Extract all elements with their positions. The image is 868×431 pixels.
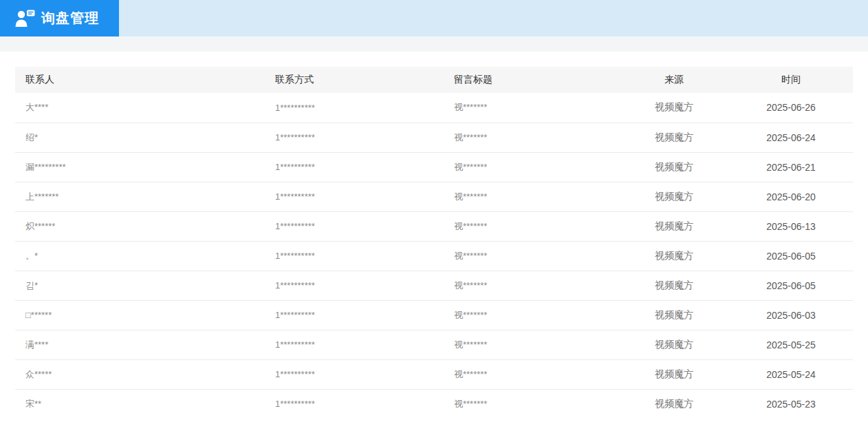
- cell-source: 视频魔方: [619, 241, 729, 271]
- main-content: 联系人 联系方式 留言标题 来源 时间 大**** 1********** 视*…: [0, 67, 868, 419]
- cell-title: 视*******: [444, 389, 619, 419]
- cell-title: 视*******: [444, 300, 619, 330]
- cell-date: 2025-05-23: [729, 389, 853, 419]
- column-header-title: 留言标题: [444, 67, 619, 93]
- cell-title: 视*******: [444, 359, 619, 389]
- cell-date: 2025-06-24: [729, 123, 853, 152]
- cell-title: 视*******: [444, 182, 619, 211]
- table-body: 大**** 1********** 视******* 视频魔方 2025-06-…: [15, 93, 853, 419]
- cell-phone: 1**********: [261, 241, 444, 271]
- column-header-contact: 联系人: [15, 67, 261, 93]
- cell-title: 视*******: [444, 123, 619, 152]
- cell-date: 2025-06-20: [729, 182, 853, 211]
- cell-date: 2025-06-03: [729, 300, 853, 330]
- inquiry-table-container: 联系人 联系方式 留言标题 来源 时间 大**** 1********** 视*…: [15, 67, 853, 419]
- cell-phone: 1**********: [261, 211, 444, 241]
- table-row: 김* 1********** 视******* 视频魔方 2025-06-05: [15, 271, 853, 300]
- table-header: 联系人 联系方式 留言标题 来源 时间: [15, 67, 853, 93]
- cell-title: 视*******: [444, 211, 619, 241]
- cell-contact: 。*: [15, 241, 261, 271]
- cell-date: 2025-06-13: [729, 211, 853, 241]
- cell-source: 视频魔方: [619, 330, 729, 359]
- cell-contact: 绍*: [15, 123, 261, 152]
- person-message-icon: [14, 9, 36, 28]
- cell-phone: 1**********: [261, 271, 444, 300]
- tab-inquiry-management[interactable]: 询盘管理: [0, 0, 119, 36]
- page-title: 询盘管理: [41, 9, 99, 28]
- cell-phone: 1**********: [261, 359, 444, 389]
- cell-date: 2025-05-24: [729, 359, 853, 389]
- cell-contact: 上*******: [15, 182, 261, 211]
- cell-contact: 满****: [15, 330, 261, 359]
- table-row: 大**** 1********** 视******* 视频魔方 2025-06-…: [15, 93, 853, 123]
- cell-contact: 漏*********: [15, 152, 261, 182]
- cell-date: 2025-06-26: [729, 93, 853, 123]
- cell-source: 视频魔方: [619, 182, 729, 211]
- table-row: 漏********* 1********** 视******* 视频魔方 202…: [15, 152, 853, 182]
- table-row: 满**** 1********** 视******* 视频魔方 2025-05-…: [15, 330, 853, 359]
- cell-phone: 1**********: [261, 330, 444, 359]
- cell-source: 视频魔方: [619, 359, 729, 389]
- table-row: 宋** 1********** 视******* 视频魔方 2025-05-23: [15, 389, 853, 419]
- cell-title: 视*******: [444, 271, 619, 300]
- cell-phone: 1**********: [261, 152, 444, 182]
- cell-source: 视频魔方: [619, 152, 729, 182]
- cell-contact: 众*****: [15, 359, 261, 389]
- table-row: □****** 1********** 视******* 视频魔方 2025-0…: [15, 300, 853, 330]
- cell-source: 视频魔方: [619, 93, 729, 123]
- column-header-phone: 联系方式: [261, 67, 444, 93]
- column-header-date: 时间: [729, 67, 853, 93]
- top-band: 询盘管理: [0, 0, 868, 36]
- cell-contact: 김*: [15, 271, 261, 300]
- cell-source: 视频魔方: [619, 211, 729, 241]
- cell-date: 2025-06-21: [729, 152, 853, 182]
- column-header-source: 来源: [619, 67, 729, 93]
- table-row: 炽****** 1********** 视******* 视频魔方 2025-0…: [15, 211, 853, 241]
- inquiry-table: 联系人 联系方式 留言标题 来源 时间 大**** 1********** 视*…: [15, 67, 853, 419]
- cell-title: 视*******: [444, 241, 619, 271]
- page-divider-strip: [0, 36, 868, 52]
- cell-contact: 炽******: [15, 211, 261, 241]
- table-row: 上******* 1********** 视******* 视频魔方 2025-…: [15, 182, 853, 211]
- cell-source: 视频魔方: [619, 389, 729, 419]
- cell-phone: 1**********: [261, 389, 444, 419]
- cell-contact: 大****: [15, 93, 261, 123]
- cell-phone: 1**********: [261, 182, 444, 211]
- table-row: 。* 1********** 视******* 视频魔方 2025-06-05: [15, 241, 853, 271]
- cell-contact: 宋**: [15, 389, 261, 419]
- cell-source: 视频魔方: [619, 271, 729, 300]
- cell-source: 视频魔方: [619, 123, 729, 152]
- cell-title: 视*******: [444, 152, 619, 182]
- cell-contact: □******: [15, 300, 261, 330]
- cell-phone: 1**********: [261, 123, 444, 152]
- table-row: 众***** 1********** 视******* 视频魔方 2025-05…: [15, 359, 853, 389]
- cell-source: 视频魔方: [619, 300, 729, 330]
- cell-date: 2025-06-05: [729, 271, 853, 300]
- cell-phone: 1**********: [261, 300, 444, 330]
- cell-date: 2025-05-25: [729, 330, 853, 359]
- cell-title: 视*******: [444, 330, 619, 359]
- cell-title: 视*******: [444, 93, 619, 123]
- cell-date: 2025-06-05: [729, 241, 853, 271]
- cell-phone: 1**********: [261, 93, 444, 123]
- table-row: 绍* 1********** 视******* 视频魔方 2025-06-24: [15, 123, 853, 152]
